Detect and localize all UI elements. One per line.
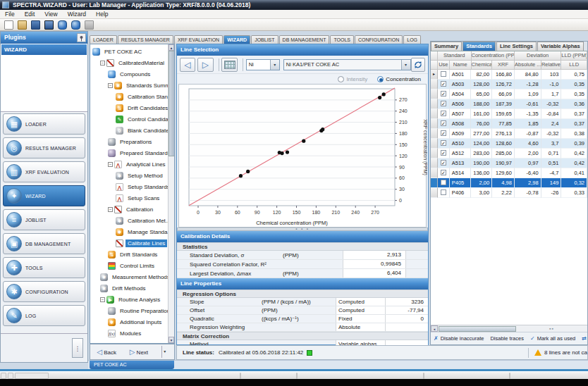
- row-header[interactable]: [431, 188, 438, 198]
- concentration-radio[interactable]: Concentration: [377, 76, 421, 82]
- data-point[interactable]: [321, 127, 324, 131]
- sidebar-item-joblist[interactable]: ≡JOBLIST: [3, 209, 85, 230]
- tree-item-calibration[interactable]: −Calibration: [90, 204, 168, 215]
- use-checkbox[interactable]: ✓: [441, 160, 446, 166]
- tab-summary[interactable]: Summary: [431, 42, 462, 51]
- expander-minus-icon[interactable]: −: [100, 297, 105, 302]
- export-icon[interactable]: [71, 20, 80, 30]
- property-value[interactable]: 0: [385, 315, 428, 323]
- inve-button[interactable]: ⇄Inve: [582, 335, 587, 342]
- use-checkbox[interactable]: ✓: [441, 130, 446, 136]
- tab-tools[interactable]: TOOLS: [330, 35, 354, 44]
- use-checkbox[interactable]: ✓: [441, 120, 446, 126]
- tree-item-calibration-stan-[interactable]: ✱Calibration Stan...: [90, 91, 168, 102]
- tree-item-prepared-standards[interactable]: Prepared Standards: [90, 147, 168, 158]
- table-row[interactable]: ✓A510124,00128,604,603,70,39: [431, 139, 587, 149]
- row-header[interactable]: [431, 119, 438, 129]
- sidebar-item-loader[interactable]: ▦LOADER: [3, 113, 85, 135]
- tab-variable-alphas[interactable]: Variable Alphas: [537, 42, 584, 51]
- save-all-icon[interactable]: [44, 20, 54, 30]
- use-checkbox[interactable]: ✓: [441, 150, 446, 156]
- tree-item-compounds[interactable]: Compounds: [90, 68, 168, 80]
- import-icon[interactable]: [58, 20, 67, 30]
- property-mode[interactable]: Fixed: [336, 315, 385, 323]
- header-cell[interactable]: XRF: [492, 61, 515, 70]
- pin-icon[interactable]: [77, 33, 86, 42]
- expander-minus-icon[interactable]: −: [108, 83, 113, 88]
- row-header[interactable]: [431, 139, 438, 149]
- table-row[interactable]: ✓A507161,00159,65-1,35-0,840,37: [431, 109, 587, 119]
- tab-db-management[interactable]: DB MANAGEMENT: [279, 35, 330, 44]
- header-cell[interactable]: Use: [438, 61, 450, 70]
- scroll-left-icon[interactable]: ◂: [431, 325, 438, 332]
- header-cell[interactable]: [431, 61, 438, 70]
- table-row[interactable]: ✓A50465,0066,091,091,70,35: [431, 89, 587, 99]
- row-header[interactable]: [431, 158, 438, 168]
- scroll-down-icon[interactable]: ▼: [169, 337, 174, 343]
- use-checkbox[interactable]: [441, 71, 446, 77]
- tree-item-setup-standards[interactable]: ⋀Setup Standards: [90, 181, 168, 192]
- tree-item-setup-scans[interactable]: ⋀Setup Scans: [90, 192, 168, 204]
- new-document-icon[interactable]: [4, 20, 13, 30]
- save-icon[interactable]: [31, 20, 40, 30]
- periodic-table-button[interactable]: [221, 58, 237, 72]
- sidebar-item-xrf-evaluation[interactable]: ▥XRF EVALUATION: [3, 161, 85, 182]
- header-cell[interactable]: Chemical: [472, 61, 493, 70]
- sidebar-item-results-manager[interactable]: ◎RESULTS MANAGER: [3, 137, 85, 158]
- mark-all-as-used-button[interactable]: ✓Mark all as used: [530, 335, 575, 342]
- use-checkbox[interactable]: ✓: [441, 170, 446, 175]
- tree-item-manage-standa-[interactable]: ✱Manage Standa...: [90, 226, 168, 237]
- tab-log[interactable]: LOG: [403, 35, 421, 44]
- data-point[interactable]: [382, 92, 386, 96]
- row-header[interactable]: ▸: [431, 70, 438, 80]
- print-icon[interactable]: [85, 20, 94, 30]
- header-cell[interactable]: LLD: [561, 61, 587, 70]
- sidebar-item-log[interactable]: ✎LOG: [3, 305, 85, 326]
- scroll-up-icon[interactable]: ▲: [169, 44, 174, 51]
- table-row[interactable]: ✓A509277,00276,13-0,87-0,320,38: [431, 129, 587, 139]
- tree-item-calibratedmaterial[interactable]: −CalibratedMaterial: [90, 57, 168, 68]
- use-checkbox[interactable]: ✓: [441, 101, 446, 106]
- use-checkbox[interactable]: [441, 180, 446, 185]
- menu-view[interactable]: View: [39, 10, 62, 19]
- tree-item-preparations[interactable]: Preparations: [90, 136, 168, 147]
- tree-item-measurement-methods[interactable]: ✱Measurement Methods: [90, 271, 168, 282]
- tree-item-modules[interactable]: f(x)Modules: [90, 328, 168, 339]
- expander-minus-icon[interactable]: −: [108, 207, 113, 212]
- data-point[interactable]: [378, 96, 381, 99]
- table-row[interactable]: P4063,002,22-0,78-260,33: [431, 188, 587, 198]
- expander-minus-icon[interactable]: −: [108, 162, 113, 167]
- tab-joblist[interactable]: JOBLIST: [251, 35, 278, 44]
- use-checkbox[interactable]: ✓: [441, 111, 446, 116]
- use-checkbox[interactable]: ✓: [441, 91, 446, 96]
- property-value[interactable]: 3236: [385, 298, 428, 306]
- row-header[interactable]: [431, 80, 438, 89]
- menu-edit[interactable]: Edit: [20, 10, 40, 19]
- row-header[interactable]: [431, 89, 438, 99]
- row-header[interactable]: [431, 178, 438, 188]
- header-cell[interactable]: Relative: [541, 61, 562, 70]
- plugin-list-item-wizard[interactable]: WIZARD: [1, 44, 87, 55]
- property-mode[interactable]: Computed: [336, 298, 385, 306]
- data-point[interactable]: [286, 150, 289, 154]
- tree-item-control-limits[interactable]: Control Limits: [90, 260, 168, 271]
- tree-item-additional-inputs[interactable]: ✱Additional Inputs: [90, 316, 168, 328]
- tree-item-calibration-met-[interactable]: ✱Calibration Met...: [90, 215, 168, 226]
- previous-line-button[interactable]: ◁: [180, 58, 195, 72]
- sidebar-item-tools[interactable]: ✚TOOLS: [3, 257, 85, 278]
- sidebar-item-configuration[interactable]: ✱CONFIGURATION: [3, 281, 85, 302]
- data-point[interactable]: [280, 151, 283, 155]
- tab-line-settings[interactable]: Line Settings: [496, 42, 537, 51]
- nav-dropdown-icon[interactable]: ▾: [161, 346, 168, 358]
- tree-item-drift-candidates[interactable]: ⇅Drift Candidates: [90, 102, 168, 113]
- property-mode[interactable]: Computed: [336, 306, 385, 314]
- refresh-button[interactable]: [411, 58, 425, 72]
- disable-inaccurate-button[interactable]: ✗Disable inaccurate: [434, 335, 484, 342]
- menu-file[interactable]: File: [0, 10, 20, 19]
- tree-item-standards-summary[interactable]: −✱Standards Summary: [90, 80, 168, 91]
- sidebar-item-wizard[interactable]: ✦WIZARD: [3, 185, 85, 206]
- next-line-button[interactable]: ▷: [197, 58, 213, 72]
- document-tab[interactable]: PET COKE AC: [90, 361, 174, 369]
- data-point[interactable]: [239, 174, 243, 178]
- data-point[interactable]: [246, 170, 250, 173]
